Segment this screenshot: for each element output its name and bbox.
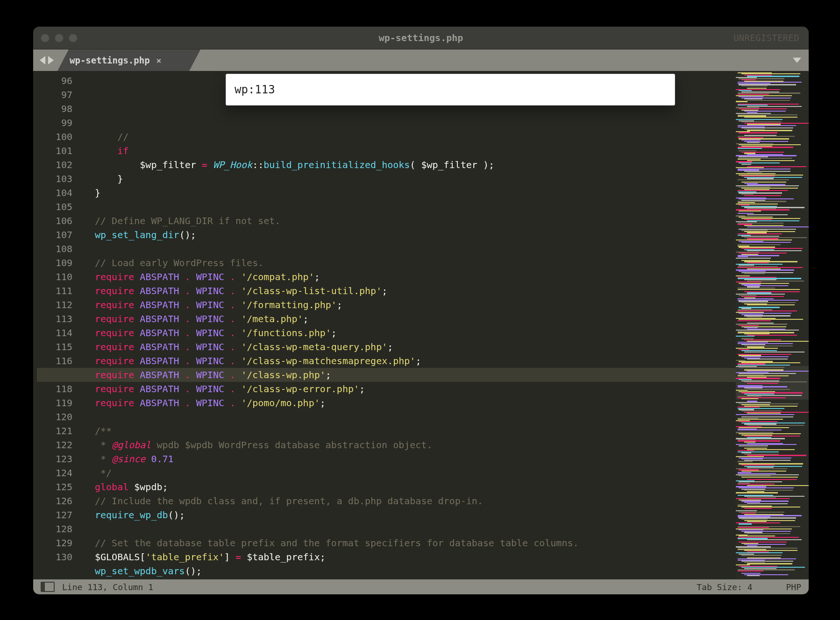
gutter-number: 101 (33, 144, 72, 158)
gutter-number: 128 (33, 522, 72, 536)
code-line[interactable]: } (95, 186, 736, 200)
tab-active[interactable]: wp-settings.php × (57, 49, 200, 71)
gutter-number: 114 (33, 326, 72, 340)
code-line[interactable]: // Include the wpdb class and, if presen… (95, 494, 736, 508)
gutter-number: 130 (33, 550, 72, 564)
gutter-number: 105 (33, 200, 72, 214)
desktop: wp-settings.php UNREGISTERED wp-settings… (0, 0, 840, 620)
code-line[interactable]: /** (95, 424, 736, 438)
gutter-number: 120 (33, 410, 72, 424)
code-line[interactable]: global $wpdb; (95, 480, 736, 494)
goto-text: wp:113 (235, 83, 275, 97)
gutter-number: 121 (33, 424, 72, 438)
gutter-number: 103 (33, 172, 72, 186)
gutter-number: 97 (33, 88, 72, 102)
tab-prev-icon[interactable] (40, 56, 45, 64)
code-line[interactable]: wp_set_wpdb_vars(); (95, 564, 736, 578)
gutter-number: 127 (33, 508, 72, 522)
gutter-number: 123 (33, 452, 72, 466)
gutter-number: 98 (33, 102, 72, 116)
code-line[interactable]: // (95, 130, 736, 144)
gutter: 9697989910010110210310410510610710810911… (33, 71, 79, 579)
panel-toggle-icon[interactable] (41, 582, 55, 592)
code-line[interactable]: require ABSPATH . WPINC . '/class-wp-met… (95, 340, 736, 354)
gutter-number: 115 (33, 340, 72, 354)
gutter-number: 100 (33, 130, 72, 144)
tab-close-icon[interactable]: × (157, 56, 162, 65)
gutter-number: 129 (33, 536, 72, 550)
gutter-number: 107 (33, 228, 72, 242)
gutter-number: 126 (33, 494, 72, 508)
gutter-number: 108 (33, 242, 72, 256)
tab-next-icon[interactable] (48, 56, 54, 64)
gutter-number: 106 (33, 214, 72, 228)
gutter-number: 125 (33, 480, 72, 494)
code-line[interactable]: require ABSPATH . WPINC . '/meta.php'; (95, 312, 736, 326)
status-position[interactable]: Line 113, Column 1 (62, 582, 153, 592)
status-tabsize[interactable]: Tab Size: 4 (697, 582, 752, 592)
status-bar: Line 113, Column 1 Tab Size: 4 PHP (33, 579, 809, 594)
fold-column (79, 71, 90, 579)
code-line[interactable]: // Load early WordPress files. (95, 256, 736, 270)
gutter-number: 119 (33, 396, 72, 410)
code-line[interactable]: require ABSPATH . WPINC . '/formatting.p… (95, 298, 736, 312)
code-line[interactable]: // Define WP_LANG_DIR if not set. (95, 214, 736, 228)
code-line[interactable] (95, 578, 736, 579)
status-syntax[interactable]: PHP (786, 582, 801, 592)
tab-bar: wp-settings.php × (33, 49, 809, 71)
window-title: wp-settings.php (33, 32, 809, 43)
code-line[interactable]: } (95, 172, 736, 186)
code-line[interactable]: require ABSPATH . WPINC . '/functions.ph… (95, 326, 736, 340)
code-area[interactable]: wp:113 // if $wp_filter = WP_Hook::build… (90, 71, 736, 579)
code-line[interactable]: * @since 0.71 (95, 452, 736, 466)
titlebar: wp-settings.php UNREGISTERED (33, 27, 809, 49)
traffic-close-icon[interactable] (41, 34, 50, 42)
gutter-number: 111 (33, 284, 72, 298)
gutter-number: 99 (33, 116, 72, 130)
code-line[interactable]: * @global wpdb $wpdb WordPress database … (95, 438, 736, 452)
code-line[interactable]: wp_set_lang_dir(); (95, 228, 736, 242)
traffic-lights (33, 34, 78, 42)
code-line[interactable] (95, 410, 736, 424)
code-line[interactable]: require ABSPATH . WPINC . '/class-wp-err… (95, 382, 736, 396)
gutter-number: 104 (33, 186, 72, 200)
code-line[interactable]: // Set the database table prefix and the… (95, 536, 736, 550)
gutter-number: 122 (33, 438, 72, 452)
unregistered-label: UNREGISTERED (733, 33, 809, 43)
tab-nav (33, 49, 60, 71)
gutter-number: 113 (33, 312, 72, 326)
traffic-zoom-icon[interactable] (69, 34, 78, 42)
gutter-number: 124 (33, 466, 72, 480)
goto-input[interactable]: wp:113 (226, 74, 675, 106)
gutter-number: 102 (33, 158, 72, 172)
code-line[interactable] (95, 242, 736, 256)
tab-menu-icon[interactable] (793, 58, 801, 63)
editor-window: wp-settings.php UNREGISTERED wp-settings… (33, 26, 809, 595)
code-line[interactable]: require_wp_db(); (95, 508, 736, 522)
code-line[interactable]: if (95, 144, 736, 158)
gutter-number: 112 (33, 298, 72, 312)
traffic-minimize-icon[interactable] (55, 34, 64, 42)
code-line[interactable]: require ABSPATH . WPINC . '/compat.php'; (95, 270, 736, 284)
code-line[interactable] (95, 522, 736, 536)
gutter-number: 118 (33, 382, 72, 396)
gutter-number: 110 (33, 270, 72, 284)
code-line[interactable]: $GLOBALS['table_prefix'] = $table_prefix… (95, 550, 736, 564)
editor-area: 9697989910010110210310410510610710810911… (33, 71, 809, 579)
tab-label: wp-settings.php (70, 55, 150, 65)
code-line[interactable]: require ABSPATH . WPINC . '/class-wp.php… (95, 368, 736, 382)
code-line[interactable]: require ABSPATH . WPINC . '/class-wp-lis… (95, 284, 736, 298)
gutter-number: 116 (33, 354, 72, 368)
code-line[interactable]: $wp_filter = WP_Hook::build_preinitializ… (95, 158, 736, 172)
code-line[interactable]: require ABSPATH . WPINC . '/pomo/mo.php'… (95, 396, 736, 410)
code-line[interactable]: require ABSPATH . WPINC . '/class-wp-mat… (95, 354, 736, 368)
gutter-number: 96 (33, 74, 72, 88)
gutter-number: 109 (33, 256, 72, 270)
code-line[interactable]: */ (95, 466, 736, 480)
minimap[interactable] (736, 71, 809, 579)
code-line[interactable] (95, 200, 736, 214)
